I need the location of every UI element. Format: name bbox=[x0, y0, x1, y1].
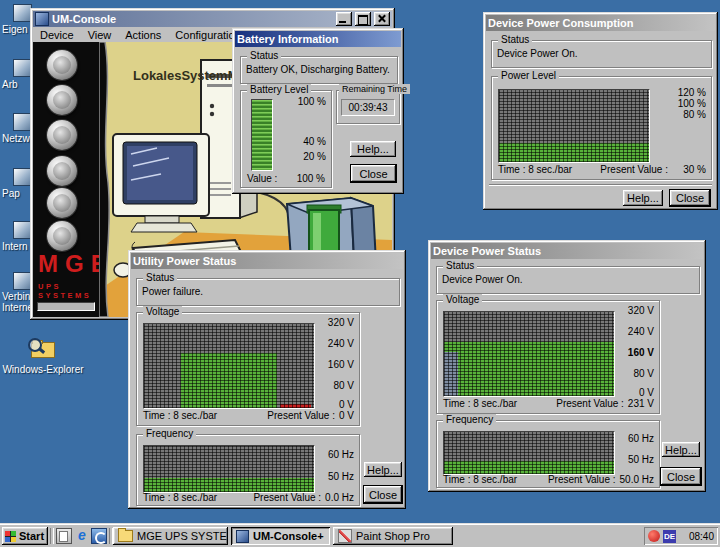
power-level-chart bbox=[498, 89, 650, 163]
gauge-tick-20: 20 % bbox=[303, 151, 326, 162]
sidebar-coin-button-6[interactable] bbox=[47, 221, 77, 251]
menu-device[interactable]: Device bbox=[33, 28, 81, 42]
start-button[interactable]: Start bbox=[2, 527, 48, 545]
status-group: Status Device Power On. bbox=[436, 266, 700, 294]
chart-footer: Time : 8 sec./bar Present Value : 0 V bbox=[143, 410, 354, 421]
task-label: UM-Console+ bbox=[253, 530, 324, 542]
voltage-group: Voltage 320 V 240 V 160 V 80 V 0 V Time … bbox=[136, 312, 360, 426]
present-value-label: Present Value : bbox=[600, 164, 668, 175]
windows-logo-icon bbox=[5, 531, 16, 542]
sidebar-progress-bar bbox=[37, 302, 95, 311]
utility-power-status-window: Utility Power Status Status Power failur… bbox=[128, 250, 406, 509]
sidebar-coin-button-4[interactable] bbox=[47, 156, 77, 186]
power-level-label: Power Level bbox=[498, 70, 559, 81]
tick-160v: 160 V bbox=[628, 347, 654, 358]
status-group-label: Status bbox=[247, 50, 281, 61]
tick-320v: 320 V bbox=[328, 317, 354, 328]
remaining-time-group: Remaining Time 00:39:43 bbox=[336, 90, 400, 124]
start-label: Start bbox=[19, 530, 44, 542]
frequency-group: Frequency 60 Hz 50 Hz Time : 8 sec./bar … bbox=[436, 420, 660, 488]
utility-titlebar[interactable]: Utility Power Status bbox=[131, 253, 403, 269]
present-value: 0 V bbox=[339, 410, 354, 421]
task-button-mge-ups-systems[interactable]: MGE UPS SYSTEMS bbox=[113, 527, 228, 545]
voltage-label: Voltage bbox=[143, 306, 182, 317]
status-text: Device Power On. bbox=[442, 274, 523, 285]
tick-80: 80 % bbox=[683, 109, 706, 120]
um-console-titlebar[interactable]: UM-Console bbox=[33, 11, 392, 27]
maximize-button[interactable] bbox=[355, 12, 371, 26]
task-button-um-console[interactable]: UM-Console+ bbox=[231, 527, 330, 545]
present-value: 50.0 Hz bbox=[620, 474, 654, 485]
sidebar-coin-button-5[interactable] bbox=[47, 188, 77, 218]
close-button[interactable]: Close bbox=[670, 190, 710, 206]
window-title: Battery Information bbox=[237, 33, 338, 45]
internet-explorer-icon[interactable]: e bbox=[74, 528, 90, 544]
time-label: Time : 8 sec./bar bbox=[443, 398, 517, 409]
status-group-label: Status bbox=[143, 272, 177, 283]
tick-80v: 80 V bbox=[633, 368, 654, 379]
tick-80v: 80 V bbox=[333, 380, 354, 391]
device-status-titlebar[interactable]: Device Power Status bbox=[431, 243, 703, 259]
taskbar-clock[interactable]: 08:40 bbox=[679, 531, 714, 542]
desktop: { "desktop": { "icons": [ {"label": "Eig… bbox=[0, 0, 720, 547]
present-value: 231 V bbox=[628, 398, 654, 409]
task-button-paint-shop-pro[interactable]: Paint Shop Pro bbox=[333, 527, 453, 545]
help-button[interactable]: Help... bbox=[350, 141, 396, 157]
time-label: Time : 8 sec./bar bbox=[443, 474, 517, 485]
close-button[interactable]: Close bbox=[661, 468, 701, 485]
window-title: Device Power Status bbox=[433, 245, 541, 257]
help-button[interactable]: Help... bbox=[623, 190, 663, 206]
task-label: Paint Shop Pro bbox=[356, 530, 430, 542]
paint-shop-pro-icon bbox=[338, 529, 352, 543]
voltage-chart bbox=[443, 311, 615, 397]
present-value: 30 % bbox=[668, 164, 706, 175]
sidebar-coin-button-1[interactable] bbox=[47, 50, 77, 80]
tick-320v: 320 V bbox=[628, 305, 654, 316]
battery-gauge-fill bbox=[252, 100, 272, 170]
tick-60hz: 60 Hz bbox=[628, 433, 654, 444]
help-button[interactable]: Help... bbox=[364, 462, 402, 477]
show-desktop-icon[interactable] bbox=[56, 528, 72, 544]
taskbar-divider bbox=[50, 528, 54, 544]
chart-footer: Time : 8 sec./bar Present Value : 30 % bbox=[498, 164, 706, 175]
present-value-label: Present Value : bbox=[267, 410, 335, 421]
ati-tray-icon[interactable] bbox=[648, 530, 660, 542]
close-icon[interactable] bbox=[374, 12, 390, 26]
close-button[interactable]: Close bbox=[351, 165, 396, 182]
windows-explorer-label: Windows-Explorer bbox=[0, 364, 86, 375]
battery-dialog-titlebar[interactable]: Battery Information bbox=[235, 31, 401, 47]
um-console-icon bbox=[236, 530, 249, 543]
remaining-time-label: Remaining Time bbox=[339, 84, 410, 94]
sidebar-coin-button-3[interactable] bbox=[47, 120, 77, 150]
tick-120: 120 % bbox=[678, 87, 706, 98]
status-group: Status Power failure. bbox=[136, 278, 400, 306]
menu-view[interactable]: View bbox=[81, 28, 119, 42]
status-group-label: Status bbox=[498, 34, 532, 45]
time-label: Time : 8 sec./bar bbox=[143, 492, 217, 503]
voltage-label: Voltage bbox=[443, 294, 482, 305]
value-label: Value : bbox=[247, 173, 277, 184]
present-value: 0.0 Hz bbox=[325, 492, 354, 503]
voltage-chart bbox=[143, 323, 315, 409]
tick-50hz: 50 Hz bbox=[328, 471, 354, 482]
time-label: Time : 8 sec./bar bbox=[498, 164, 572, 175]
chart-footer: Time : 8 sec./bar Present Value : 231 V bbox=[443, 398, 654, 409]
keyboard-language-indicator[interactable]: DE bbox=[663, 530, 676, 543]
consumption-titlebar[interactable]: Device Power Consumption bbox=[486, 15, 715, 31]
chart-footer: Time : 8 sec./bar Present Value : 0.0 Hz bbox=[143, 492, 354, 503]
gauge-tick-100: 100 % bbox=[298, 96, 326, 107]
help-button[interactable]: Help... bbox=[662, 442, 700, 457]
sidebar-coin-button-2[interactable] bbox=[47, 85, 77, 115]
channels-icon[interactable] bbox=[91, 528, 107, 544]
battery-level-group: Battery Level 100 % 40 % 20 % Value : 10… bbox=[240, 90, 332, 188]
window-title: Device Power Consumption bbox=[488, 17, 633, 29]
power-level-group: Power Level 120 % 100 % 80 % Time : 8 se… bbox=[491, 76, 712, 180]
time-label: Time : 8 sec./bar bbox=[143, 410, 217, 421]
battery-information-dialog: Battery Information Status Battery OK, D… bbox=[232, 28, 404, 194]
minimize-button[interactable] bbox=[336, 12, 352, 26]
status-text: Device Power On. bbox=[497, 48, 578, 59]
close-button[interactable]: Close bbox=[364, 486, 402, 503]
windows-explorer-icon bbox=[28, 338, 54, 357]
menu-actions[interactable]: Actions bbox=[118, 28, 168, 42]
status-group: Status Device Power On. bbox=[491, 40, 712, 68]
